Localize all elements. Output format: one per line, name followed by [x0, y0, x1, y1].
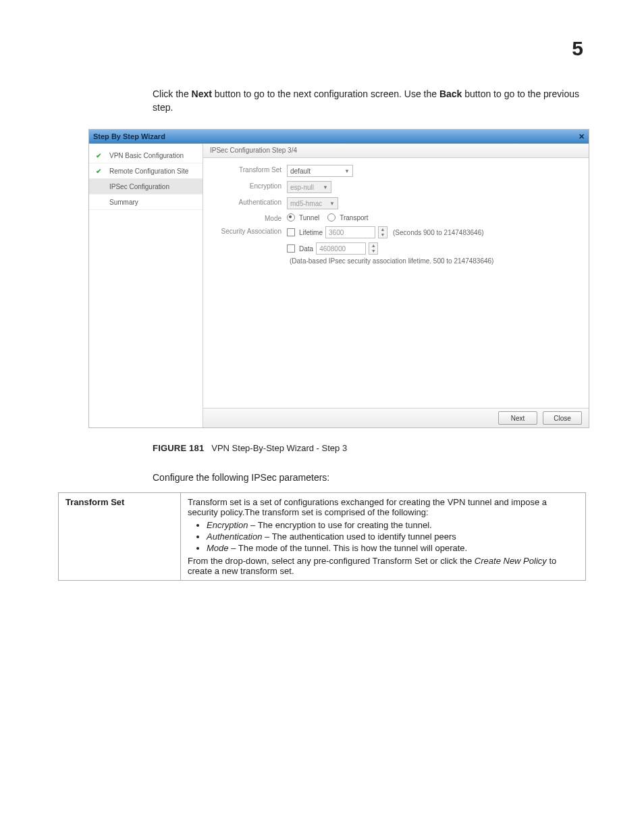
data-hint: (Data-based IPsec security association l… — [290, 257, 493, 265]
param-desc-p1: Transform set is a set of configurations… — [188, 497, 579, 517]
data-label: Data — [299, 245, 313, 253]
chevron-down-icon: ▼ — [344, 168, 350, 174]
select-value: esp-null — [290, 184, 314, 191]
mode-tunnel-label: Tunnel — [299, 214, 319, 221]
chevron-down-icon: ▼ — [329, 201, 335, 207]
term-encryption-desc: – The encryption to use for creating the… — [248, 520, 431, 530]
label-mode: Mode — [203, 213, 287, 222]
term-mode-desc: – The mode of the tunnel. This is how th… — [229, 543, 468, 553]
term-authentication-desc: – The authentication used to identify tu… — [262, 531, 456, 542]
term-mode: Mode — [207, 543, 229, 553]
check-icon: ✔ — [96, 167, 105, 175]
authentication-select[interactable]: md5-hmac ▼ — [287, 197, 338, 209]
wizard-titlebar: Step By Step Wizard ✕ — [89, 130, 589, 144]
spinner-down-icon: ▼ — [369, 249, 377, 254]
configure-heading: Configure the following IPSec parameters… — [153, 472, 586, 483]
param-description: Transform set is a set of configurations… — [181, 493, 586, 581]
encryption-select[interactable]: esp-null ▼ — [287, 181, 331, 193]
figure-title: VPN Step-By-Step Wizard - Step 3 — [211, 443, 347, 453]
param-desc-p2: From the drop-down, select any pre-confi… — [188, 556, 579, 576]
wizard-window: Step By Step Wizard ✕ ✔ VPN Basic Config… — [88, 129, 589, 428]
lifetime-checkbox[interactable] — [287, 228, 295, 236]
sidebar-item-label: Remote Configuration Site — [107, 167, 188, 175]
check-icon: ✔ — [96, 152, 105, 159]
close-button[interactable]: Close — [543, 411, 582, 425]
figure-caption: FIGURE 181 VPN Step-By-Step Wizard - Ste… — [153, 443, 586, 453]
term-authentication: Authentication — [207, 531, 262, 542]
mode-tunnel-radio[interactable] — [287, 213, 295, 221]
lifetime-spinner[interactable]: ▲▼ — [378, 226, 387, 238]
list-item: Authentication – The authentication used… — [207, 531, 579, 542]
data-checkbox[interactable] — [287, 244, 295, 253]
chevron-down-icon: ▼ — [323, 184, 328, 190]
wizard-crumb: IPSec Configuration Step 3/4 — [203, 144, 589, 158]
spinner-down-icon: ▼ — [379, 232, 387, 238]
label-transform-set: Transform Set — [203, 165, 287, 174]
label-security-association: Security Association — [203, 226, 287, 235]
page-number: 5 — [572, 37, 583, 60]
sidebar-item-vpn-basic[interactable]: ✔ VPN Basic Configuration — [89, 148, 203, 163]
mode-transport-radio[interactable] — [327, 213, 336, 221]
transform-set-select[interactable]: default ▼ — [287, 165, 353, 177]
lifetime-hint: (Seconds 900 to 2147483646) — [393, 229, 484, 236]
intro-bold-back: Back — [439, 88, 462, 99]
spinner-up-icon: ▲ — [369, 243, 377, 249]
sidebar-item-remote-site[interactable]: ✔ Remote Configuration Site — [89, 163, 203, 179]
sidebar-item-ipsec[interactable]: IPSec Configuration — [89, 179, 203, 194]
sidebar-item-label: Summary — [107, 199, 138, 206]
spinner-up-icon: ▲ — [379, 227, 387, 232]
table-row: Transform Set Transform set is a set of … — [59, 493, 586, 581]
wizard-form: Transform Set default ▼ Encryption — [203, 158, 589, 408]
term-encryption: Encryption — [207, 520, 248, 530]
lifetime-input[interactable]: 3600 — [325, 226, 375, 238]
select-value: md5-hmac — [290, 200, 322, 207]
param-name: Transform Set — [59, 493, 181, 581]
wizard-sidebar: ✔ VPN Basic Configuration ✔ Remote Confi… — [89, 144, 203, 427]
intro-text: button to go to the next configuration s… — [212, 88, 439, 99]
p2-pre: From the drop-down, select any pre-confi… — [188, 556, 475, 566]
sidebar-item-summary[interactable]: Summary — [89, 194, 203, 210]
list-item: Mode – The mode of the tunnel. This is h… — [207, 543, 579, 553]
create-new-policy-link: Create New Policy — [475, 556, 547, 566]
wizard-footer: Next Close — [203, 408, 589, 427]
next-button[interactable]: Next — [498, 411, 537, 425]
intro-bold-next: Next — [192, 88, 212, 99]
intro-text: Click the — [153, 88, 192, 99]
sidebar-item-label: VPN Basic Configuration — [107, 152, 184, 159]
sidebar-item-label: IPSec Configuration — [107, 183, 169, 190]
select-value: default — [290, 167, 311, 175]
mode-transport-label: Transport — [340, 214, 368, 221]
label-encryption: Encryption — [203, 181, 287, 190]
data-spinner[interactable]: ▲▼ — [369, 242, 378, 255]
lifetime-label: Lifetime — [299, 229, 323, 236]
figure-label: FIGURE 181 — [153, 443, 204, 453]
data-input[interactable]: 4608000 — [316, 242, 366, 255]
params-table: Transform Set Transform set is a set of … — [58, 492, 586, 581]
list-item: Encryption – The encryption to use for c… — [207, 520, 579, 530]
close-icon[interactable]: ✕ — [579, 132, 585, 141]
label-authentication: Authentication — [203, 197, 287, 206]
wizard-title: Step By Step Wizard — [93, 132, 165, 140]
intro-paragraph: Click the Next button to go to the next … — [153, 88, 586, 114]
